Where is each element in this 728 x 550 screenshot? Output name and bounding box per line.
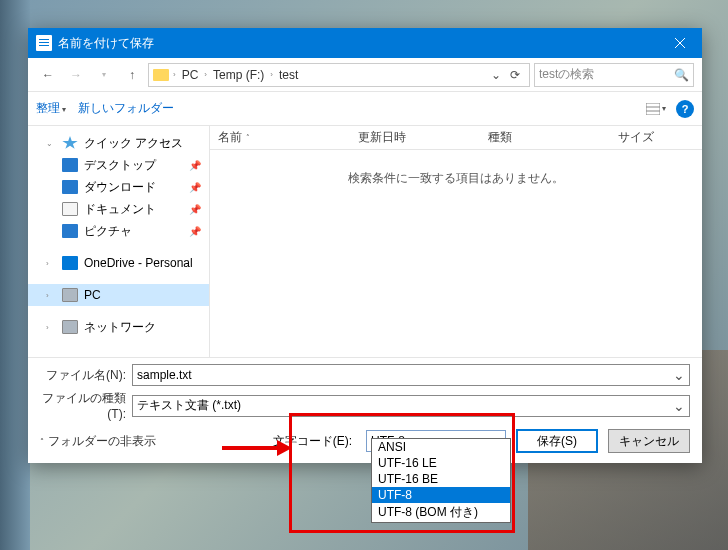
navigation-bar: ← → ▾ ↑ › PC › Temp (F:) › test ⌄ ⟳ test…: [28, 58, 702, 92]
chevron-down-icon: ▾: [662, 104, 666, 113]
encoding-option-ansi[interactable]: ANSI: [372, 439, 510, 455]
refresh-button[interactable]: ⟳: [505, 68, 525, 82]
filename-input[interactable]: sample.txt: [132, 364, 690, 386]
pin-icon: 📌: [189, 226, 201, 237]
column-header-name[interactable]: 名前 ˄: [210, 129, 350, 146]
cancel-button[interactable]: キャンセル: [608, 429, 690, 453]
view-icon: [646, 103, 660, 115]
svg-rect-2: [646, 103, 660, 115]
save-as-dialog: 名前を付けて保存 ← → ▾ ↑ › PC › Temp (F:) › test…: [28, 28, 702, 463]
column-header-date[interactable]: 更新日時: [350, 129, 480, 146]
file-list-pane: 名前 ˄ 更新日時 種類 サイズ 検索条件に一致する項目はありません。: [210, 126, 702, 357]
column-header-size[interactable]: サイズ: [610, 129, 670, 146]
sidebar-label: デスクトップ: [84, 157, 156, 174]
notepad-icon: [36, 35, 52, 51]
desktop-icon: [62, 158, 78, 172]
sidebar-label: ネットワーク: [84, 319, 156, 336]
desktop-background-left: [0, 0, 30, 550]
toolbar: 整理 新しいフォルダー ▾ ?: [28, 92, 702, 126]
sort-indicator-icon: ˄: [246, 134, 250, 142]
document-icon: [62, 202, 78, 216]
close-button[interactable]: [657, 28, 702, 58]
filename-label: ファイル名(N):: [40, 367, 132, 384]
view-options-button[interactable]: ▾: [646, 103, 666, 115]
hide-folders-toggle[interactable]: ˄ フォルダーの非表示: [40, 433, 156, 450]
expand-icon: ›: [46, 323, 56, 332]
breadcrumb-folder[interactable]: test: [277, 68, 300, 82]
pin-icon: 📌: [189, 182, 201, 193]
sidebar-item-desktop[interactable]: デスクトップ 📌: [28, 154, 209, 176]
bottom-panel: ファイル名(N): sample.txt ファイルの種類(T): テキスト文書 …: [28, 357, 702, 463]
search-icon: 🔍: [674, 68, 689, 82]
sidebar-label: クイック アクセス: [84, 135, 183, 152]
star-icon: [62, 136, 78, 150]
encoding-option-utf16be[interactable]: UTF-16 BE: [372, 471, 510, 487]
column-header-type[interactable]: 種類: [480, 129, 610, 146]
breadcrumb-drive[interactable]: Temp (F:): [211, 68, 266, 82]
search-placeholder: testの検索: [539, 66, 594, 83]
up-button[interactable]: ↑: [120, 63, 144, 87]
column-headers: 名前 ˄ 更新日時 種類 サイズ: [210, 126, 702, 150]
pictures-icon: [62, 224, 78, 238]
forward-button[interactable]: →: [64, 63, 88, 87]
back-button[interactable]: ←: [36, 63, 60, 87]
sidebar-item-documents[interactable]: ドキュメント 📌: [28, 198, 209, 220]
titlebar: 名前を付けて保存: [28, 28, 702, 58]
sidebar: ⌄ クイック アクセス デスクトップ 📌 ダウンロード 📌 ドキュメント 📌: [28, 126, 210, 357]
window-title: 名前を付けて保存: [58, 35, 657, 52]
save-button[interactable]: 保存(S): [516, 429, 598, 453]
organize-button[interactable]: 整理: [36, 100, 66, 117]
encoding-option-utf8[interactable]: UTF-8: [372, 487, 510, 503]
encoding-option-utf8bom[interactable]: UTF-8 (BOM 付き): [372, 503, 510, 522]
breadcrumb-pc[interactable]: PC: [180, 68, 201, 82]
encoding-label: 文字コード(E):: [273, 433, 352, 450]
pin-icon: 📌: [189, 204, 201, 215]
empty-folder-message: 検索条件に一致する項目はありません。: [210, 170, 702, 187]
sidebar-item-downloads[interactable]: ダウンロード 📌: [28, 176, 209, 198]
chevron-right-icon: ›: [173, 70, 176, 79]
onedrive-icon: [62, 256, 78, 270]
pc-icon: [62, 288, 78, 302]
sidebar-label: PC: [84, 288, 101, 302]
address-bar[interactable]: › PC › Temp (F:) › test ⌄ ⟳: [148, 63, 530, 87]
encoding-option-utf16le[interactable]: UTF-16 LE: [372, 455, 510, 471]
network-icon: [62, 320, 78, 334]
chevron-up-icon: ˄: [40, 437, 44, 446]
sidebar-item-quick-access[interactable]: ⌄ クイック アクセス: [28, 132, 209, 154]
help-button[interactable]: ?: [676, 100, 694, 118]
dialog-body: ⌄ クイック アクセス デスクトップ 📌 ダウンロード 📌 ドキュメント 📌: [28, 126, 702, 357]
sidebar-item-network[interactable]: › ネットワーク: [28, 316, 209, 338]
expand-icon: ›: [46, 259, 56, 268]
address-dropdown-icon[interactable]: ⌄: [491, 68, 501, 82]
download-icon: [62, 180, 78, 194]
chevron-right-icon: ›: [270, 70, 273, 79]
sidebar-item-pc[interactable]: › PC: [28, 284, 209, 306]
sidebar-label: ドキュメント: [84, 201, 156, 218]
sidebar-label: ダウンロード: [84, 179, 156, 196]
sidebar-item-pictures[interactable]: ピクチャ 📌: [28, 220, 209, 242]
new-folder-button[interactable]: 新しいフォルダー: [78, 100, 174, 117]
filetype-label: ファイルの種類(T):: [40, 390, 132, 421]
folder-icon: [153, 69, 169, 81]
expand-icon: ›: [46, 291, 56, 300]
encoding-dropdown-list: ANSI UTF-16 LE UTF-16 BE UTF-8 UTF-8 (BO…: [371, 438, 511, 523]
recent-dropdown[interactable]: ▾: [92, 63, 116, 87]
sidebar-item-onedrive[interactable]: › OneDrive - Personal: [28, 252, 209, 274]
chevron-right-icon: ›: [204, 70, 207, 79]
sidebar-label: ピクチャ: [84, 223, 132, 240]
filetype-select[interactable]: テキスト文書 (*.txt): [132, 395, 690, 417]
expand-icon: ⌄: [46, 139, 56, 148]
pin-icon: 📌: [189, 160, 201, 171]
search-input[interactable]: testの検索 🔍: [534, 63, 694, 87]
sidebar-label: OneDrive - Personal: [84, 256, 193, 270]
